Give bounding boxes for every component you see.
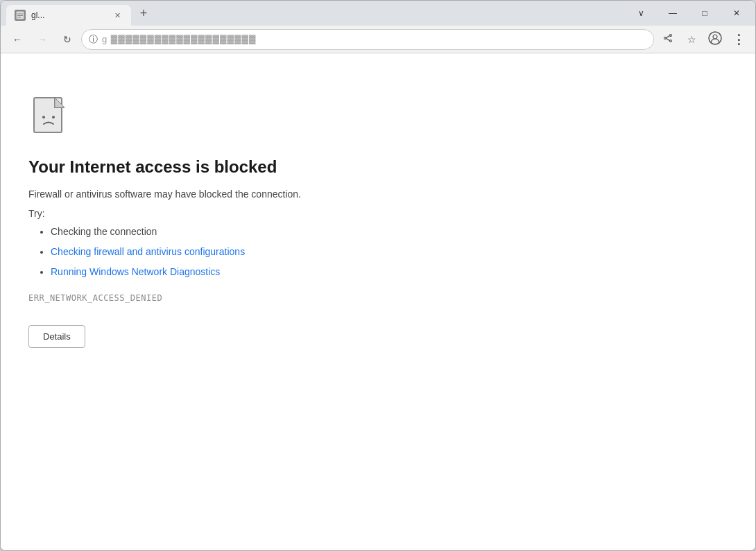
back-button[interactable]: ← <box>6 28 28 51</box>
share-icon <box>662 33 673 46</box>
tab-close-button[interactable]: ✕ <box>112 10 123 21</box>
svg-point-12 <box>52 116 55 119</box>
svg-point-8 <box>713 35 717 39</box>
title-bar: gl... ✕ + ∨ — □ ✕ <box>1 1 755 26</box>
error-code: ERR_NETWORK_ACCESS_DENIED <box>28 293 514 303</box>
page-content: Your Internet access is blocked Firewall… <box>1 53 755 550</box>
profile-button[interactable] <box>704 28 726 51</box>
svg-point-6 <box>664 37 667 40</box>
suggestion-item-1: Checking the connection <box>51 225 514 239</box>
tab-title: gl... <box>31 10 106 20</box>
refresh-icon: ↻ <box>63 34 71 45</box>
share-button[interactable] <box>657 28 679 51</box>
error-page-icon <box>28 95 73 139</box>
tabs-area: gl... ✕ + <box>1 1 153 26</box>
window-controls: ∨ — □ ✕ <box>622 1 755 24</box>
minimize-button[interactable]: — <box>657 2 689 24</box>
back-icon: ← <box>12 34 22 45</box>
tab-favicon <box>15 10 26 21</box>
details-button[interactable]: Details <box>28 325 85 348</box>
address-text: g ▓▓▓▓▓▓▓▓▓▓▓▓▓▓▓▓▓▓▓▓ <box>102 34 646 44</box>
info-icon: ⓘ <box>89 33 98 46</box>
error-title: Your Internet access is blocked <box>28 156 514 177</box>
navigation-bar: ← → ↻ ⓘ g ▓▓▓▓▓▓▓▓▓▓▓▓▓▓▓▓▓▓▓▓ <box>1 26 755 53</box>
new-tab-button[interactable]: + <box>134 3 153 23</box>
address-bar[interactable]: ⓘ g ▓▓▓▓▓▓▓▓▓▓▓▓▓▓▓▓▓▓▓▓ <box>81 29 654 50</box>
svg-point-4 <box>670 35 672 37</box>
active-tab[interactable]: gl... ✕ <box>6 5 131 26</box>
profile-icon <box>708 31 722 47</box>
close-button[interactable]: ✕ <box>721 2 753 24</box>
error-page: Your Internet access is blocked Firewall… <box>28 81 514 362</box>
title-bar-left: gl... ✕ + <box>1 1 622 26</box>
bookmark-button[interactable]: ☆ <box>680 28 703 51</box>
error-suggestions-list: Checking the connection Checking firewal… <box>28 225 514 279</box>
bookmark-icon: ☆ <box>687 34 696 45</box>
maximize-button[interactable]: □ <box>689 2 721 24</box>
forward-button[interactable]: → <box>31 28 53 51</box>
suggestion-link-2[interactable]: Checking firewall and antivirus configur… <box>51 246 245 257</box>
svg-point-11 <box>42 116 45 119</box>
suggestion-item-2: Checking firewall and antivirus configur… <box>51 245 514 259</box>
menu-icon: ⋮ <box>732 32 745 47</box>
suggestion-item-3: Running Windows Network Diagnostics <box>51 265 514 279</box>
error-try-label: Try: <box>28 208 514 219</box>
error-description: Firewall or antivirus software may have … <box>28 189 514 200</box>
svg-point-5 <box>670 40 672 42</box>
refresh-button[interactable]: ↻ <box>56 28 78 51</box>
menu-button[interactable]: ⋮ <box>728 28 750 51</box>
forward-icon: → <box>37 34 47 45</box>
chevron-button[interactable]: ∨ <box>625 2 657 24</box>
suggestion-text-1: Checking the connection <box>51 226 157 237</box>
suggestion-link-3[interactable]: Running Windows Network Diagnostics <box>51 266 220 277</box>
nav-right-buttons: ☆ ⋮ <box>657 28 750 51</box>
browser-window: gl... ✕ + ∨ — □ ✕ ← → ↻ ⓘ g ▓▓▓▓▓▓▓▓▓▓▓▓… <box>0 0 756 551</box>
